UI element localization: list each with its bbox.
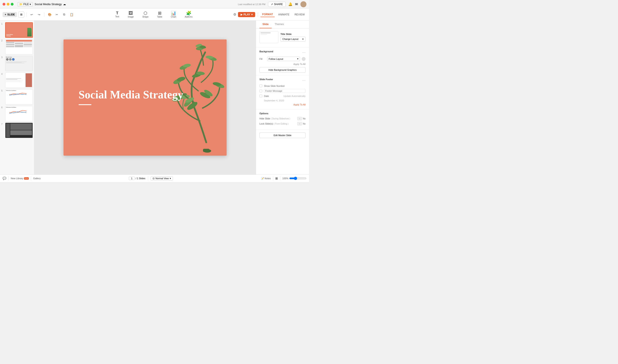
slide-thumbnail-5[interactable]: Performance by Platform <box>5 89 33 104</box>
copy-button[interactable]: ⧉ <box>61 12 67 18</box>
slide-thumbnail-6[interactable]: Performance by Platform <box>5 106 33 121</box>
toolbar-center: T Text 🖼 Image ⬡ Shape ⊞ Table 📊 Chart 🧩… <box>74 10 233 19</box>
minimize-button[interactable] <box>7 3 9 6</box>
color-picker[interactable] <box>302 57 306 61</box>
themes-tab[interactable]: Themes <box>272 21 287 28</box>
edit-master-button[interactable]: Edit Master Slide <box>260 132 306 138</box>
notes-button[interactable]: 📝 Notes <box>261 177 271 180</box>
slide-thumb-7[interactable]: 7 <box>1 123 33 138</box>
shape-tool[interactable]: ⬡ Shape <box>140 10 150 19</box>
layout-title: Title Slide <box>280 33 306 35</box>
fill-dropdown[interactable]: Follow Layout ▾ <box>267 57 300 61</box>
file-icon: 📁 <box>19 3 23 6</box>
date-checkbox[interactable] <box>260 94 262 97</box>
slide-heading[interactable]: Social Media Strategy <box>79 88 183 101</box>
slide-thumb-6[interactable]: 6 Performance by Platform <box>1 106 33 121</box>
slide-thumbnail-2[interactable] <box>5 39 33 54</box>
scissor-button[interactable]: ✂ <box>54 12 60 18</box>
new-library-button[interactable]: New Library New <box>11 177 29 180</box>
hide-slide-row: Hide Slide ( During Slideshow ) ○ No <box>260 117 306 120</box>
panel-tabs: Slide Themes <box>256 21 309 28</box>
maximize-button[interactable] <box>11 3 14 6</box>
date-label: Date <box>264 95 282 97</box>
page-total: / 1 Slides <box>136 177 145 180</box>
chat-icon[interactable]: 💬 <box>2 177 6 180</box>
current-page-input[interactable] <box>129 177 135 180</box>
layout-section: Title Slide Change Layout ▾ <box>256 28 309 48</box>
undo-button[interactable]: ↩ <box>29 12 35 18</box>
slide-thumbnail-1[interactable]: Social MediaStrategy <box>5 22 33 38</box>
hide-slide-toggle-btn[interactable]: ○ <box>297 117 302 120</box>
footer-collapse-icon[interactable]: — <box>302 78 306 82</box>
lock-slide-toggle[interactable]: ○ No <box>297 122 306 125</box>
slide-thumb-1[interactable]: 1 Social MediaStrategy <box>1 22 33 38</box>
chart-tool[interactable]: 📊 Chart <box>169 10 178 19</box>
review-tab[interactable]: REVIEW <box>293 12 306 17</box>
footer-apply-all[interactable]: Apply To All <box>260 103 306 106</box>
slide-thumb-5[interactable]: 5 Performance by Platform <box>1 89 33 104</box>
image-icon: 🖼 <box>129 11 133 15</box>
title-bar-mid: 📁 FILE ▾ Social Media Strategy ☁ <box>17 2 66 6</box>
settings-icon[interactable]: ⚙ <box>233 13 236 16</box>
play-button[interactable]: ▶ PLAY ▾ <box>238 12 255 17</box>
hide-background-button[interactable]: Hide Background Graphics <box>260 67 306 73</box>
footer-message-row <box>260 89 306 93</box>
canvas-area[interactable]: Social Media Strategy <box>34 21 256 174</box>
layout-thumbnail <box>260 31 278 43</box>
format-tab[interactable]: FORMAT <box>261 12 275 17</box>
chart-icon: 📊 <box>171 11 176 15</box>
zoom-slider[interactable] <box>289 177 306 180</box>
show-slide-number-checkbox[interactable] <box>260 84 262 87</box>
add-slide-button[interactable]: + SLIDE <box>2 12 17 17</box>
slide-thumbnail-7[interactable] <box>5 123 33 138</box>
main-area: 1 Social MediaStrategy 2 <box>0 21 309 174</box>
zoom-controls: 100% <box>282 177 306 180</box>
share-button[interactable]: ↗ SHARE <box>268 2 286 7</box>
chevron-down-icon: ▾ <box>302 38 304 40</box>
slide-thumb-3[interactable]: 3 Meet the Team <box>1 56 33 71</box>
grid-view-button[interactable]: ⊞ <box>18 12 24 18</box>
animate-tab[interactable]: ANIMATE <box>276 12 291 17</box>
collapse-icon[interactable]: — <box>302 51 306 54</box>
close-button[interactable] <box>2 3 5 6</box>
slide-thumbnail-4[interactable] <box>5 72 33 88</box>
notification-icon[interactable]: 🔔 <box>288 2 292 6</box>
edit-master-section: Edit Master Slide <box>256 130 309 141</box>
paint-button[interactable]: 🎨 <box>47 12 53 18</box>
footer-message-input[interactable] <box>264 89 306 93</box>
redo-button[interactable]: ↪ <box>36 12 42 18</box>
slide-title-block[interactable]: Social Media Strategy <box>79 88 183 105</box>
plant-decoration <box>27 28 31 37</box>
chevron-down-icon: ▾ <box>297 57 299 60</box>
change-layout-button[interactable]: Change Layout ▾ <box>280 37 306 42</box>
slide-tab[interactable]: Slide <box>260 21 272 28</box>
addons-tool[interactable]: 🧩 AddOns <box>183 10 194 19</box>
grid-view-icon[interactable]: ⊞ <box>275 177 278 180</box>
background-title: Background <box>260 50 302 53</box>
apply-to-all-bg[interactable]: Apply To All <box>260 63 306 65</box>
layout-preview: Title Slide Change Layout ▾ <box>260 31 306 43</box>
update-automatically-label: Update Automatically <box>283 95 306 97</box>
lock-slide-no-label: No <box>303 123 306 125</box>
normal-view-button[interactable]: ⊡ Normal View ▾ <box>151 176 173 181</box>
divider2 <box>44 13 44 17</box>
slide-canvas[interactable]: Social Media Strategy <box>64 39 227 156</box>
table-tool[interactable]: ⊞ Table <box>155 10 164 19</box>
slide-thumb-4[interactable]: 4 <box>1 72 33 88</box>
image-tool[interactable]: 🖼 Image <box>126 10 135 19</box>
text-tool[interactable]: T Text <box>113 10 121 19</box>
title-bar-right: Last modified at 12:38 PM ↗ SHARE 🔔 ✉ <box>238 1 306 7</box>
file-menu-button[interactable]: 📁 FILE ▾ <box>17 2 33 6</box>
footer-message-checkbox[interactable] <box>260 90 262 92</box>
hide-slide-toggle[interactable]: ○ No <box>297 117 306 120</box>
gallery-button[interactable]: Gallery <box>33 177 41 180</box>
show-slide-number-row: Show Slide Number <box>260 84 306 87</box>
slide-thumb-2[interactable]: 2 <box>1 39 33 54</box>
layout-sub-line <box>261 34 267 35</box>
date-value: September 4, 2020 <box>264 99 284 102</box>
mail-icon[interactable]: ✉ <box>295 2 298 6</box>
paste-button[interactable]: 📋 <box>69 12 74 18</box>
lock-slide-toggle-btn[interactable]: ○ <box>297 122 302 125</box>
slide-thumbnail-3[interactable]: Meet the Team <box>5 56 33 71</box>
avatar[interactable] <box>301 1 306 7</box>
